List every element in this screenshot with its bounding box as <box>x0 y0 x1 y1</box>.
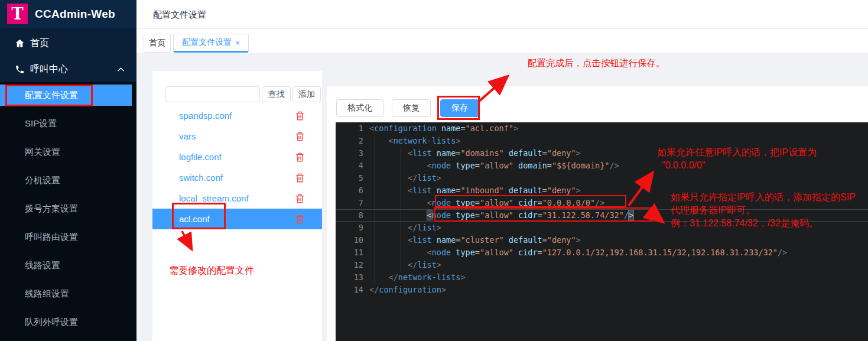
code-line: 3 <list name="domains" default="deny"> <box>336 147 868 160</box>
sidebar-submenu-item[interactable]: 配置文件设置 <box>0 85 136 111</box>
add-button[interactable]: 添加 <box>292 86 321 102</box>
line-number: 7 <box>336 197 363 209</box>
trash-icon[interactable] <box>295 173 304 183</box>
app-title: CCAdmin-Web <box>35 8 115 21</box>
sidebar-item-label: 拨号方案设置 <box>0 198 132 219</box>
sidebar-submenu-item[interactable]: 队列外呼设置 <box>0 311 136 337</box>
code-line: 13 </network-lists> <box>336 271 868 284</box>
sidebar-submenu: 配置文件设置SIP设置网关设置分机设置拨号方案设置呼叫路由设置线路设置线路组设置… <box>0 82 136 341</box>
file-row: local_stream.conf <box>152 188 322 209</box>
sidebar-submenu-item[interactable]: SIP设置 <box>0 113 136 139</box>
sidebar-item-label: 网关设置 <box>0 141 132 163</box>
find-button[interactable]: 查找 <box>262 86 291 102</box>
code-line: 6 <list name="inbound" default="deny"> <box>336 184 868 197</box>
file-row: logfile.conf <box>152 147 322 167</box>
trash-icon[interactable] <box>295 152 304 162</box>
sidebar-item-label: 队列外呼设置 <box>0 311 132 333</box>
line-number: 6 <box>336 184 363 197</box>
code-line: 10 <list name="cluster" default="deny"> <box>336 234 868 246</box>
tab-home[interactable]: 首页 <box>144 34 171 53</box>
file-row: vars <box>152 126 322 147</box>
line-number: 2 <box>336 135 363 147</box>
line-number: 10 <box>336 234 363 246</box>
sidebar-item-label: SIP设置 <box>0 113 132 134</box>
code-line: 4 <node type="allow" domain="$${domain}"… <box>336 160 868 172</box>
sidebar-item-label: 配置文件设置 <box>0 85 132 106</box>
page-title: 配置文件设置 <box>153 9 206 21</box>
save-button[interactable]: 保存 <box>440 99 479 117</box>
file-link[interactable]: spandsp.conf <box>179 111 232 121</box>
chevron-up-icon <box>117 67 125 72</box>
sidebar-submenu-item[interactable]: 分机设置 <box>0 170 136 196</box>
trash-icon[interactable] <box>295 111 304 121</box>
file-link[interactable]: vars <box>179 131 196 141</box>
sidebar-item-call-center[interactable]: 呼叫中心 <box>0 56 136 82</box>
code-editor[interactable]: 1<configuration name="acl.conf">2 <netwo… <box>336 122 868 341</box>
line-number: 1 <box>336 122 363 135</box>
file-link[interactable]: local_stream.conf <box>179 193 249 203</box>
code-line: 5 </list> <box>336 172 868 184</box>
file-search-input[interactable] <box>165 86 260 102</box>
sidebar-submenu-item[interactable]: 线路设置 <box>0 255 136 281</box>
sidebar-submenu-item[interactable]: 拨号方案设置 <box>0 198 136 224</box>
line-number: 5 <box>336 172 363 184</box>
line-number: 4 <box>336 160 363 172</box>
tab-label: 首页 <box>149 38 165 48</box>
close-icon[interactable]: × <box>235 38 240 47</box>
line-number: 12 <box>336 259 363 271</box>
sidebar-item-label: 呼叫路由设置 <box>0 226 132 248</box>
config-file-panel: 查找 添加 spandsp.confvarslogfile.confswitch… <box>152 71 322 341</box>
file-link[interactable]: logfile.conf <box>179 152 222 162</box>
code-line: 7 <node type="allow" cidr="0.0.0.0/0"/> <box>336 197 868 209</box>
tab-config-file-settings[interactable]: 配置文件设置 × <box>173 34 249 53</box>
brand-logo: T <box>7 4 28 24</box>
code-lines: 1<configuration name="acl.conf">2 <netwo… <box>336 122 868 296</box>
page-header: 配置文件设置 <box>136 0 868 29</box>
restore-button[interactable]: 恢复 <box>392 99 431 117</box>
code-line: 8 <node type="allow" cidr="31.122.58.74/… <box>336 209 868 222</box>
sidebar-item-label: 线路组设置 <box>0 283 132 304</box>
file-link[interactable]: acl.conf <box>179 214 210 224</box>
sidebar: T CCAdmin-Web 首页 呼叫中心 配置文件设置SIP设置网关设置分机设… <box>0 0 136 341</box>
code-line: 9 </list> <box>336 222 868 234</box>
trash-icon[interactable] <box>295 194 304 203</box>
tab-label: 配置文件设置 <box>182 37 232 48</box>
code-line: 14</configuration> <box>336 284 868 296</box>
sidebar-submenu-item[interactable]: 网关设置 <box>0 141 136 167</box>
code-line: 11 <node type="allow" cidr="127.0.0.1/32… <box>336 246 868 259</box>
line-number: 3 <box>336 147 363 160</box>
line-number: 8 <box>336 209 363 222</box>
home-icon <box>15 38 25 48</box>
sidebar-item-home[interactable]: 首页 <box>0 30 136 56</box>
line-number: 11 <box>336 246 363 259</box>
line-number: 13 <box>336 271 363 284</box>
sidebar-item-label: 线路设置 <box>0 255 132 276</box>
code-line: 2 <network-lists> <box>336 135 868 147</box>
sidebar-item-label: 分机设置 <box>0 170 132 191</box>
tab-bar: 首页 配置文件设置 × <box>136 30 868 53</box>
code-line: 12 </list> <box>336 259 868 271</box>
file-row: switch.conf <box>152 167 322 188</box>
trash-icon[interactable] <box>295 132 304 141</box>
config-file-list: spandsp.confvarslogfile.confswitch.confl… <box>152 105 322 229</box>
line-number: 9 <box>336 222 363 234</box>
sidebar-item-label: 首页 <box>30 37 49 50</box>
sidebar-submenu-item[interactable]: 呼叫路由设置 <box>0 226 136 252</box>
line-number: 14 <box>336 284 363 296</box>
format-button[interactable]: 格式化 <box>336 99 383 117</box>
file-row: spandsp.conf <box>152 105 322 126</box>
phone-icon <box>15 64 25 74</box>
file-row: acl.conf <box>152 209 322 229</box>
file-link[interactable]: switch.conf <box>179 173 223 183</box>
trash-icon[interactable] <box>295 215 304 224</box>
code-line: 1<configuration name="acl.conf"> <box>336 122 868 135</box>
app-window: T CCAdmin-Web 首页 呼叫中心 配置文件设置SIP设置网关设置分机设… <box>0 0 868 341</box>
sidebar-menu: 首页 呼叫中心 <box>0 28 136 82</box>
logo-bar: T CCAdmin-Web <box>0 0 136 28</box>
sidebar-submenu-item[interactable]: 线路组设置 <box>0 283 136 309</box>
sidebar-item-label: 呼叫中心 <box>30 63 68 76</box>
